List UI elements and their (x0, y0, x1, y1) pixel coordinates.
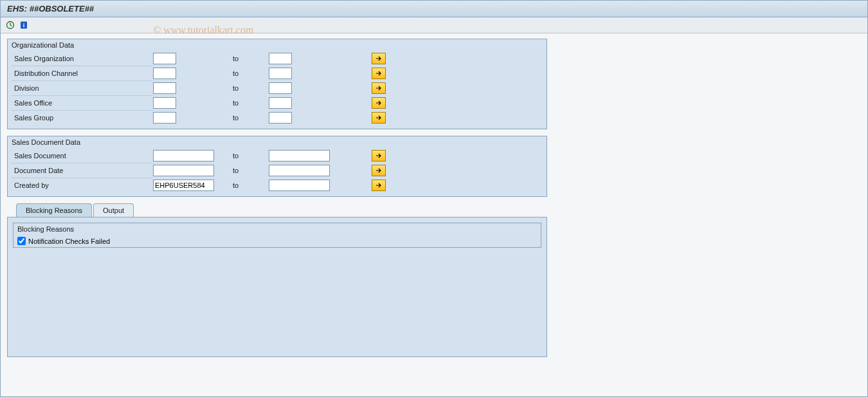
division-range-button[interactable] (372, 82, 386, 94)
tab-panel-blocking: Blocking Reasons Notification Checks Fai… (7, 217, 547, 357)
notification-checks-failed-checkbox[interactable] (17, 237, 26, 245)
arrow-right-icon (375, 56, 382, 61)
created-by-to[interactable] (269, 180, 330, 191)
created-by-range-button[interactable] (372, 180, 386, 191)
notification-checks-failed-label: Notification Checks Failed (28, 237, 110, 245)
app-toolbar: i (1, 17, 867, 33)
sales-document-to[interactable] (269, 150, 330, 162)
dist-channel-to[interactable] (269, 68, 292, 79)
sales-document-from[interactable] (153, 150, 214, 162)
tab-output[interactable]: Output (93, 203, 134, 217)
to-label: to (230, 181, 269, 189)
sales-office-to[interactable] (269, 97, 292, 109)
arrow-right-icon (375, 153, 382, 158)
content-area: Organizational Data Sales Organization t… (1, 33, 867, 357)
to-label: to (230, 152, 269, 160)
sales-doc-title: Sales Document Data (8, 136, 547, 148)
sales-group-to[interactable] (269, 112, 292, 124)
tab-blocking-reasons[interactable]: Blocking Reasons (16, 203, 92, 217)
dist-channel-from[interactable] (153, 68, 176, 79)
sales-document-label: Sales Document (12, 148, 153, 163)
execute-button[interactable] (5, 19, 16, 31)
created-by-from[interactable] (153, 180, 214, 191)
blocking-reasons-title: Blocking Reasons (14, 223, 541, 235)
sales-group-from[interactable] (153, 112, 176, 124)
arrow-right-icon (375, 86, 382, 91)
sales-org-to[interactable] (269, 53, 292, 64)
clock-check-icon (6, 21, 15, 30)
arrow-right-icon (375, 115, 382, 120)
division-from[interactable] (153, 82, 176, 94)
to-label: to (230, 84, 269, 92)
page-title: EHS: ##OBSOLETE## (1, 1, 867, 17)
tab-strip: Blocking Reasons Output (7, 203, 547, 217)
sales-office-range-button[interactable] (372, 97, 386, 109)
to-label: to (230, 167, 269, 174)
to-label: to (230, 69, 269, 77)
sales-org-label: Sales Organization (12, 51, 153, 66)
dist-channel-label: Distribution Channel (12, 66, 153, 80)
arrow-right-icon (375, 100, 382, 106)
info-button[interactable]: i (18, 19, 30, 31)
org-data-group: Organizational Data Sales Organization t… (7, 39, 547, 129)
arrow-right-icon (375, 71, 382, 76)
sales-office-from[interactable] (153, 97, 176, 109)
info-icon: i (19, 21, 28, 30)
document-date-label: Document Date (12, 163, 153, 178)
to-label: to (230, 114, 269, 122)
document-date-to[interactable] (269, 165, 330, 176)
sales-group-label: Sales Group (12, 110, 153, 125)
to-label: to (230, 55, 269, 62)
blocking-reasons-group: Blocking Reasons Notification Checks Fai… (13, 223, 541, 248)
division-to[interactable] (269, 82, 292, 94)
document-date-range-button[interactable] (372, 165, 386, 176)
document-date-from[interactable] (153, 165, 214, 176)
dist-channel-range-button[interactable] (372, 68, 386, 79)
sales-office-label: Sales Office (12, 95, 153, 110)
sales-doc-group: Sales Document Data Sales Document to Do… (7, 136, 547, 197)
sales-org-from[interactable] (153, 53, 176, 64)
arrow-right-icon (375, 168, 382, 173)
arrow-right-icon (375, 183, 382, 188)
window-frame: EHS: ##OBSOLETE## i © www.tutorialkart.c… (0, 0, 868, 397)
org-data-title: Organizational Data (8, 39, 547, 51)
to-label: to (230, 99, 269, 107)
sales-document-range-button[interactable] (372, 150, 386, 162)
created-by-label: Created by (12, 178, 153, 192)
division-label: Division (12, 80, 153, 95)
sales-org-range-button[interactable] (372, 53, 386, 64)
sales-group-range-button[interactable] (372, 112, 386, 124)
